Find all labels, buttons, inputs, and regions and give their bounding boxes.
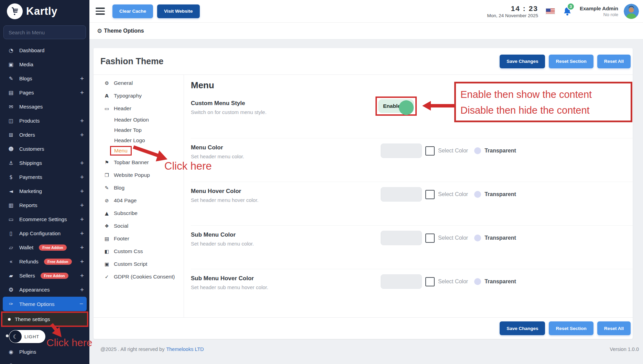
sidebar-item-pages[interactable]: ▤Pages+ bbox=[0, 86, 89, 100]
expand-plus-icon[interactable]: + bbox=[80, 286, 84, 294]
sidebar-item-theme-options[interactable]: ✑Theme Options− bbox=[3, 297, 87, 311]
themelooks-link[interactable]: Themelooks LTD bbox=[166, 346, 204, 352]
brand-logo[interactable]: Kartly bbox=[0, 0, 89, 23]
user-avatar[interactable] bbox=[624, 4, 639, 19]
expand-plus-icon[interactable]: + bbox=[80, 173, 84, 181]
language-flag-icon[interactable] bbox=[546, 8, 555, 14]
expand-plus-icon[interactable]: + bbox=[80, 258, 84, 265]
sidebar-item-app-configuration[interactable]: ▯App Configuration+ bbox=[0, 226, 89, 240]
expand-plus-icon[interactable]: + bbox=[80, 159, 84, 167]
select-color-checkbox[interactable] bbox=[425, 234, 435, 243]
expand-plus-icon[interactable]: + bbox=[80, 362, 84, 364]
theme-nav-custom-script[interactable]: ▣Custom Script bbox=[104, 258, 184, 270]
expand-plus-icon[interactable]: + bbox=[80, 131, 84, 139]
sidebar-item-shippings[interactable]: ⚓Shippings+ bbox=[0, 156, 89, 170]
wallet-icon: ▱ bbox=[8, 244, 14, 251]
color-swatch-input[interactable] bbox=[381, 187, 422, 202]
sidebar-item-appearances[interactable]: ❂Appearances+ bbox=[0, 283, 89, 297]
sidebar-subitem-theme-settings[interactable]: Theme settings bbox=[1, 311, 88, 327]
sidebar-item-media[interactable]: ▣Media bbox=[0, 57, 89, 71]
color-swatch-input[interactable] bbox=[381, 144, 422, 158]
theme-nav-404-page[interactable]: ⊘404 Page bbox=[104, 194, 184, 207]
reset-section-button[interactable]: Reset Section bbox=[549, 321, 593, 335]
visit-website-button[interactable]: Visit Website bbox=[157, 4, 200, 18]
expand-plus-icon[interactable]: + bbox=[80, 230, 84, 237]
setting-row-sub-menu-color: Sub Menu Color Set header sub menu color… bbox=[191, 226, 633, 269]
expand-plus-icon[interactable]: + bbox=[80, 117, 84, 125]
theme-nav-custom-css[interactable]: ◧Custom Css bbox=[104, 245, 184, 258]
cart-logo-icon bbox=[7, 3, 23, 19]
select-color-checkbox[interactable] bbox=[425, 277, 435, 286]
expand-plus-icon[interactable]: + bbox=[80, 89, 84, 96]
version-label: Version 1.0.0 bbox=[610, 346, 639, 352]
expand-plus-icon[interactable]: + bbox=[80, 75, 84, 82]
sidebar-item-customers[interactable]: ☻Customers bbox=[0, 142, 89, 156]
sidebar-item-users[interactable]: ☻Users+ bbox=[0, 359, 89, 364]
plugins-icon: ◉ bbox=[8, 349, 14, 355]
expand-plus-icon[interactable]: + bbox=[80, 187, 84, 195]
click-here-label-sidebar: Click here bbox=[46, 337, 92, 349]
expand-plus-icon[interactable]: + bbox=[80, 202, 84, 209]
toggle-knob[interactable] bbox=[399, 100, 414, 115]
reset-all-button[interactable]: Reset All bbox=[597, 55, 631, 68]
setting-row-menu-color: Menu Color Set header menu color. Select… bbox=[191, 138, 633, 182]
save-changes-button[interactable]: Save Changes bbox=[500, 321, 545, 335]
transparent-label: Transparent bbox=[484, 148, 516, 154]
transparent-radio[interactable] bbox=[474, 278, 481, 285]
theme-nav-label: Footer bbox=[114, 236, 129, 242]
expand-plus-icon[interactable]: + bbox=[80, 244, 84, 251]
theme-nav-typography[interactable]: ATypography bbox=[104, 89, 184, 102]
hamburger-menu-icon[interactable] bbox=[96, 8, 105, 14]
sidebar-item-orders[interactable]: ⊞Orders+ bbox=[0, 128, 89, 142]
user-name: Example Admin bbox=[580, 5, 618, 11]
theme-nav-gdpr[interactable]: ✓GDPR (Cookies Consent) bbox=[104, 270, 184, 283]
theme-nav-header-top[interactable]: Header Top bbox=[104, 125, 184, 135]
sidebar-item-messages[interactable]: ✉Messages bbox=[0, 100, 89, 114]
transparent-radio[interactable] bbox=[474, 191, 481, 198]
reset-all-button[interactable]: Reset All bbox=[597, 321, 631, 335]
theme-nav-subscribe[interactable]: ▲Subscribe bbox=[104, 207, 184, 219]
sidebar-search-input[interactable] bbox=[3, 25, 86, 39]
light-mode-toggle[interactable]: ☾ LIGHT bbox=[9, 330, 45, 343]
transparent-radio[interactable] bbox=[474, 147, 481, 154]
sidebar-item-products[interactable]: ◫Products+ bbox=[0, 114, 89, 128]
theme-nav-general[interactable]: ⚙General bbox=[104, 77, 184, 89]
save-changes-button[interactable]: Save Changes bbox=[500, 55, 545, 68]
theme-nav-menu-active-label[interactable]: Menu bbox=[110, 146, 132, 156]
sidebar-item-refunds[interactable]: «RefundsFree Addon+ bbox=[0, 254, 89, 269]
color-swatch-input[interactable] bbox=[381, 231, 422, 245]
sidebar-item-marketing[interactable]: ◄Marketing+ bbox=[0, 184, 89, 198]
theme-nav-footer[interactable]: ▤Footer bbox=[104, 232, 184, 245]
collapse-minus-icon[interactable]: − bbox=[79, 300, 83, 308]
sidebar-item-dashboard[interactable]: ◔Dashboard bbox=[0, 43, 89, 57]
clear-cache-button[interactable]: Clear Cache bbox=[112, 4, 153, 18]
theme-nav-header-option[interactable]: Header Option bbox=[104, 115, 184, 125]
sidebar-item-wallet[interactable]: ▱WalletFree Addon+ bbox=[0, 240, 89, 254]
sidebar-item-sellers[interactable]: ▰SellersFree Addon+ bbox=[0, 269, 89, 283]
sidebar-item-payments[interactable]: $Payments+ bbox=[0, 170, 89, 184]
transparent-radio[interactable] bbox=[474, 235, 481, 241]
setting-desc: Set header menu hover color. bbox=[191, 197, 381, 203]
theme-nav-blog[interactable]: ✎Blog bbox=[104, 181, 184, 194]
expand-plus-icon[interactable]: + bbox=[80, 216, 84, 223]
sidebar-item-ecommerce-settings[interactable]: ▭Ecommerce Settings+ bbox=[0, 212, 89, 226]
typography-icon: A bbox=[104, 93, 110, 99]
theme-nav-header-logo[interactable]: Header Logo bbox=[104, 135, 184, 146]
reset-section-button[interactable]: Reset Section bbox=[549, 55, 593, 68]
sidebar-item-reports[interactable]: ▥Reports+ bbox=[0, 198, 89, 212]
sidebar-item-blogs[interactable]: ✎Blogs+ bbox=[0, 71, 89, 86]
theme-nav-label: Header Top bbox=[114, 127, 142, 133]
color-swatch-input[interactable] bbox=[381, 274, 422, 289]
theme-nav-social[interactable]: ❖Social bbox=[104, 219, 184, 232]
sidebar: Kartly ◔Dashboard ▣Media ✎Blogs+ ▤Pages+… bbox=[0, 0, 89, 364]
theme-nav-header[interactable]: ▭Header bbox=[104, 102, 184, 115]
theme-nav-label: GDPR (Cookies Consent) bbox=[114, 274, 175, 280]
notifications-button[interactable]: 3 bbox=[563, 7, 572, 16]
theme-nav-menu[interactable]: Menu bbox=[104, 146, 184, 156]
select-color-checkbox[interactable] bbox=[425, 190, 435, 199]
select-color-checkbox[interactable] bbox=[425, 146, 435, 156]
expand-plus-icon[interactable]: + bbox=[80, 272, 84, 280]
theme-nav-label: 404 Page bbox=[114, 197, 137, 204]
custom-menu-style-toggle[interactable]: Enable bbox=[378, 99, 414, 113]
free-addon-badge: Free Addon bbox=[41, 273, 68, 279]
